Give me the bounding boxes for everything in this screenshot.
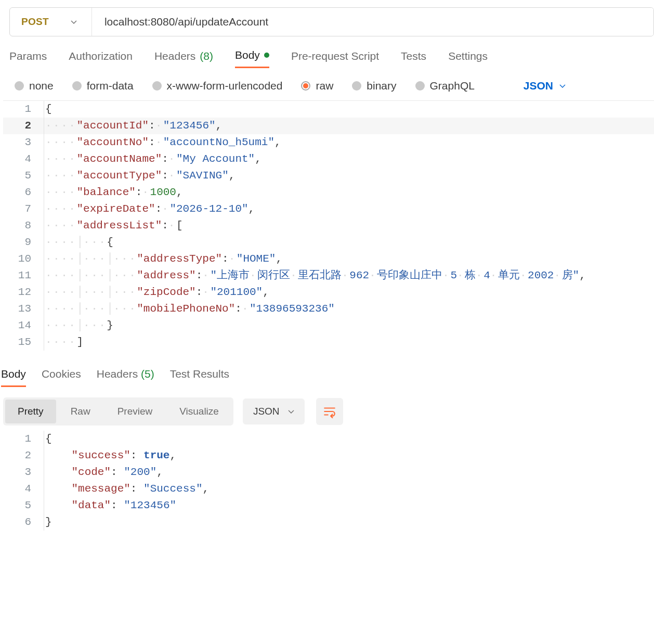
code-content: ····"balance":·1000, (44, 184, 183, 201)
line-number: 3 (3, 464, 44, 481)
view-raw-button[interactable]: Raw (58, 400, 103, 423)
body-language-select[interactable]: JSON (524, 80, 566, 92)
code-line[interactable]: 3····"accountNo":·"accountNo_h5umi", (3, 134, 654, 151)
line-number: 3 (3, 134, 44, 151)
code-content: "success": true, (44, 447, 176, 464)
line-number: 4 (3, 481, 44, 497)
tab-prerequest[interactable]: Pre-request Script (291, 50, 379, 68)
body-type-form-data[interactable]: form-data (72, 80, 134, 92)
code-line[interactable]: 15····] (3, 334, 654, 351)
code-line[interactable]: 14····│···} (3, 317, 654, 334)
tab-settings[interactable]: Settings (448, 50, 488, 68)
response-tabs: Body Cookies Headers (5) Test Results (0, 365, 654, 387)
code-content: "code": "200", (44, 464, 163, 481)
unsaved-indicator-icon (264, 53, 269, 58)
tab-headers-label: Headers (154, 50, 195, 62)
code-line[interactable]: 5 "data": "123456" (3, 497, 654, 514)
code-content: ····"accountId":·"123456", (44, 118, 222, 134)
body-type-graphql[interactable]: GraphQL (415, 80, 475, 92)
tab-authorization[interactable]: Authorization (69, 50, 133, 68)
resp-tab-body[interactable]: Body (1, 366, 26, 387)
chevron-down-icon (287, 408, 294, 415)
line-number: 11 (3, 267, 44, 284)
code-line[interactable]: 11····│···│···"address":·"上海市·闵行区·里石北路·9… (3, 267, 654, 284)
radio-icon (352, 81, 361, 91)
line-number: 8 (3, 217, 44, 234)
code-content: { (44, 431, 52, 447)
body-language-label: JSON (524, 80, 553, 92)
view-pretty-button[interactable]: Pretty (5, 400, 56, 423)
body-type-urlenc-label: x-www-form-urlencoded (167, 80, 283, 92)
line-number: 13 (3, 301, 44, 317)
radio-icon (15, 81, 24, 91)
code-line[interactable]: 6} (3, 514, 654, 531)
chevron-down-icon (558, 82, 566, 89)
request-url-bar: POST (9, 7, 654, 36)
code-content: ····"accountNo":·"accountNo_h5umi", (44, 134, 281, 151)
wrap-lines-button[interactable] (316, 398, 343, 425)
body-type-raw[interactable]: raw (301, 80, 333, 92)
code-line[interactable]: 4 "message": "Success", (3, 481, 654, 497)
resp-headers-count: (5) (141, 368, 154, 380)
line-number: 15 (3, 334, 44, 351)
line-number: 14 (3, 317, 44, 334)
code-content: ····"addressList":·[ (44, 217, 183, 234)
line-number: 10 (3, 251, 44, 267)
code-line[interactable]: 8····"addressList":·[ (3, 217, 654, 234)
chevron-down-icon (70, 18, 77, 25)
line-number: 6 (3, 514, 44, 531)
body-type-none[interactable]: none (15, 80, 54, 92)
line-number: 5 (3, 497, 44, 514)
view-visualize-button[interactable]: Visualize (167, 400, 231, 423)
code-line[interactable]: 1{ (3, 101, 654, 118)
code-line[interactable]: 5····"accountType":·"SAVING", (3, 168, 654, 184)
line-number: 2 (3, 118, 44, 134)
code-content: ····│···│···"address":·"上海市·闵行区·里石北路·962… (44, 267, 586, 284)
response-body-editor[interactable]: 1{2 "success": true,3 "code": "200",4 "m… (3, 431, 654, 531)
tab-headers[interactable]: Headers (8) (154, 50, 213, 68)
code-line[interactable]: 6····"balance":·1000, (3, 184, 654, 201)
http-method-select[interactable]: POST (10, 8, 92, 36)
body-type-binary[interactable]: binary (352, 80, 396, 92)
code-line[interactable]: 13····│···│···"mobilePhoneNo":·"13896593… (3, 301, 654, 317)
line-number: 7 (3, 201, 44, 217)
line-number: 9 (3, 234, 44, 251)
wrap-icon (323, 405, 336, 418)
resp-headers-label: Headers (97, 368, 138, 380)
code-content: "data": "123456" (44, 497, 176, 514)
resp-tab-test-results[interactable]: Test Results (170, 366, 229, 387)
body-type-row: none form-data x-www-form-urlencoded raw… (0, 80, 654, 92)
body-type-urlencoded[interactable]: x-www-form-urlencoded (152, 80, 283, 92)
code-line[interactable]: 2 "success": true, (3, 447, 654, 464)
request-url-input[interactable] (92, 8, 653, 36)
radio-selected-icon (301, 81, 310, 91)
resp-tab-headers[interactable]: Headers (5) (97, 366, 154, 387)
body-type-binary-label: binary (367, 80, 396, 92)
line-number: 1 (3, 101, 44, 118)
code-line[interactable]: 10····│···│···"addressType":·"HOME", (3, 251, 654, 267)
code-line[interactable]: 12····│···│···"zipCode":·"201100", (3, 284, 654, 301)
code-line[interactable]: 2····"accountId":·"123456", (3, 118, 654, 134)
tab-tests[interactable]: Tests (401, 50, 426, 68)
body-type-graphql-label: GraphQL (430, 80, 475, 92)
line-number: 2 (3, 447, 44, 464)
code-line[interactable]: 1{ (3, 431, 654, 447)
code-content: } (44, 514, 52, 531)
tab-params[interactable]: Params (9, 50, 47, 68)
view-preview-button[interactable]: Preview (105, 400, 165, 423)
resp-tab-cookies[interactable]: Cookies (42, 366, 81, 387)
body-type-none-label: none (29, 80, 54, 92)
code-content: ····│···} (44, 317, 113, 334)
code-content: ····│···│···"addressType":·"HOME", (44, 251, 282, 267)
code-line[interactable]: 4····"accountName":·"My Account", (3, 151, 654, 168)
radio-icon (152, 81, 162, 91)
code-content: ····│···{ (44, 234, 113, 251)
tab-body[interactable]: Body (235, 49, 269, 68)
request-body-editor[interactable]: 1{2····"accountId":·"123456",3····"accou… (3, 100, 654, 351)
response-language-select[interactable]: JSON (243, 398, 305, 424)
tab-body-label: Body (235, 49, 260, 61)
code-line[interactable]: 3 "code": "200", (3, 464, 654, 481)
code-line[interactable]: 7····"expireDate":·"2026-12-10", (3, 201, 654, 217)
line-number: 4 (3, 151, 44, 168)
code-line[interactable]: 9····│···{ (3, 234, 654, 251)
